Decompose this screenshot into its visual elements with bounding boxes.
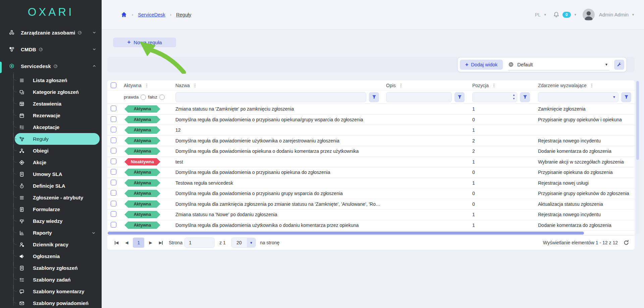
table-row[interactable]: AktywnaDomyślna reguła dla powiadomienia… bbox=[107, 220, 635, 231]
avatar[interactable] bbox=[583, 9, 595, 21]
table-row[interactable]: AktywnaDomyślna reguła dla powiadomienia… bbox=[107, 115, 635, 125]
sidebar-item-rezerwacje[interactable]: Rezerwacje bbox=[15, 110, 100, 121]
row-checkbox[interactable] bbox=[111, 201, 116, 206]
filter-select-zdarzenie[interactable] bbox=[538, 92, 619, 102]
row-checkbox[interactable] bbox=[111, 180, 116, 185]
column-menu-icon[interactable]: ⋮ bbox=[590, 84, 594, 87]
table-row[interactable]: AktywnaDomyślna reguła dla powiadomienia… bbox=[107, 188, 635, 199]
column-header-opis[interactable]: Opis bbox=[386, 83, 396, 88]
number-stepper[interactable]: ▲▼ bbox=[513, 93, 515, 101]
row-checkbox[interactable] bbox=[111, 190, 116, 196]
filter-funnel-button[interactable] bbox=[621, 92, 631, 102]
sidebar-item-formularze[interactable]: Formularze bbox=[15, 203, 100, 215]
chevron-down-icon[interactable] bbox=[92, 30, 96, 35]
sidebar-item-obiegi[interactable]: Obiegi bbox=[15, 145, 100, 157]
sidebar-section-servicedesk[interactable]: Servicedesk bbox=[0, 58, 102, 74]
last-page-button[interactable]: ▶ bbox=[157, 239, 165, 246]
step-up-icon[interactable]: ▲ bbox=[513, 93, 515, 97]
chevron-down-icon[interactable]: ▼ bbox=[632, 13, 635, 16]
select-all-checkbox[interactable] bbox=[111, 82, 116, 88]
sidebar-item-akcje[interactable]: Akcje bbox=[15, 157, 100, 168]
column-header-nazwa[interactable]: Nazwa bbox=[175, 83, 190, 88]
filter-input-opis[interactable] bbox=[386, 92, 452, 102]
sidebar-item-bazy-wiedzy[interactable]: Bazy wiedzy bbox=[15, 215, 100, 227]
sidebar-item-akceptacje[interactable]: Akceptacje bbox=[15, 121, 100, 133]
sidebar-section-cmdb[interactable]: CMDB bbox=[0, 41, 102, 58]
column-header-pozycja[interactable]: Pozycja bbox=[472, 83, 489, 88]
sidebar-item-szablony-zgłoszeń[interactable]: Szablony zgłoszeń bbox=[15, 262, 100, 274]
chevron-up-icon[interactable] bbox=[92, 64, 96, 68]
table-row[interactable]: AktywnaDomyślna reguła dla powiadomienie… bbox=[107, 136, 635, 146]
column-menu-icon[interactable]: ⋮ bbox=[492, 84, 496, 87]
sidebar-item-lista-zgłoszeń[interactable]: Lista zgłoszeń bbox=[15, 74, 100, 86]
filter-true-radio[interactable] bbox=[141, 95, 146, 100]
chevron-down-icon[interactable]: ▼ bbox=[544, 13, 547, 16]
breadcrumb-current[interactable]: Reguły bbox=[176, 12, 191, 17]
table-row[interactable]: AktywnaDomyślna reguła dla zamknięcia zg… bbox=[107, 199, 635, 210]
table-row[interactable]: AktywnaDomyślna reguła dla powiadomienia… bbox=[107, 167, 635, 178]
table-row[interactable]: Nieaktywnatest1Wybranie akcji w szczegół… bbox=[107, 157, 635, 168]
new-rule-button[interactable]: + Nowa reguła bbox=[113, 38, 176, 47]
current-page-button[interactable]: 1 bbox=[133, 238, 144, 248]
table-row[interactable]: AktywnaDomyślna reguła dla powiadomienia… bbox=[107, 146, 635, 157]
column-menu-icon[interactable]: ⋮ bbox=[145, 84, 149, 87]
chevron-down-icon[interactable] bbox=[92, 231, 96, 235]
table-row[interactable]: AktywnaZmiana statusu na 'Nowe' po dodan… bbox=[107, 209, 635, 220]
refresh-icon[interactable] bbox=[623, 240, 629, 246]
prev-page-button[interactable]: ◀ bbox=[123, 239, 130, 246]
scrollbar-thumb[interactable] bbox=[108, 232, 584, 235]
table-row[interactable]: AktywnaTestowa reguła servicedesk1Rejest… bbox=[107, 178, 635, 189]
home-icon[interactable] bbox=[121, 11, 127, 18]
row-checkbox[interactable] bbox=[111, 137, 116, 143]
sidebar-section-zasoby[interactable]: Zarządzanie zasobami bbox=[0, 24, 102, 41]
sidebar-item-raporty[interactable]: Raporty bbox=[15, 227, 100, 239]
row-checkbox[interactable] bbox=[111, 116, 116, 122]
sidebar-item-kategorie-zgłoszeń[interactable]: Kategorie zgłoszeń bbox=[15, 86, 100, 98]
table-row[interactable]: Aktywna121 bbox=[107, 125, 635, 136]
row-checkbox[interactable] bbox=[111, 106, 116, 111]
filter-input-nazwa[interactable] bbox=[175, 92, 366, 102]
filter-funnel-button[interactable] bbox=[369, 92, 379, 102]
page-size-select[interactable]: 20 ▼ bbox=[231, 238, 256, 248]
sidebar-item-szablony-komentarzy[interactable]: Szablony komentarzy bbox=[15, 286, 100, 297]
sidebar-item-szablony-zadań[interactable]: Szablony zadań bbox=[15, 274, 100, 286]
filter-input-pozycja[interactable] bbox=[472, 92, 517, 102]
notification-badge[interactable]: 0 bbox=[562, 12, 571, 18]
row-checkbox[interactable] bbox=[111, 148, 116, 153]
sidebar-item-reguły[interactable]: Reguły bbox=[15, 133, 100, 145]
sidebar-item-umowy-sla[interactable]: Umowy SLA bbox=[15, 168, 100, 180]
scrollbar-thumb[interactable] bbox=[636, 81, 639, 160]
sidebar-item-ogłoszenia[interactable]: Ogłoszenia bbox=[15, 250, 100, 262]
row-checkbox[interactable] bbox=[111, 222, 116, 228]
bell-icon[interactable] bbox=[553, 11, 559, 18]
table-row[interactable]: AktywnaZmiana statusu na 'Zamknięte' po … bbox=[107, 104, 635, 115]
row-checkbox[interactable] bbox=[111, 127, 116, 132]
chevron-down-icon[interactable]: ▼ bbox=[612, 95, 616, 99]
column-header-aktywna[interactable]: Aktywna bbox=[124, 83, 142, 88]
language-selector[interactable]: PL bbox=[535, 12, 541, 17]
chevron-down-icon[interactable]: ▼ bbox=[574, 13, 577, 16]
filter-funnel-button[interactable] bbox=[454, 92, 465, 102]
sidebar-item-zgłoszenie-atrybuty[interactable]: Zgłoszenie - atrybuty bbox=[15, 192, 100, 203]
horizontal-scrollbar[interactable] bbox=[107, 231, 635, 235]
sidebar-item-dziennik-pracy[interactable]: Dziennik pracy bbox=[15, 239, 100, 250]
step-down-icon[interactable]: ▼ bbox=[513, 97, 515, 101]
filter-funnel-button[interactable] bbox=[520, 92, 530, 102]
next-page-button[interactable]: ▶ bbox=[147, 239, 154, 246]
view-select[interactable]: Default ▼ bbox=[508, 59, 609, 70]
column-menu-icon[interactable]: ⋮ bbox=[193, 84, 197, 87]
row-checkbox[interactable] bbox=[111, 159, 116, 164]
row-checkbox[interactable] bbox=[111, 211, 116, 217]
settings-wrench-button[interactable] bbox=[614, 60, 624, 70]
sidebar-item-szablony-powiadomień[interactable]: Szablony powiadomień bbox=[15, 297, 100, 308]
page-number-input[interactable] bbox=[184, 238, 215, 248]
column-menu-icon[interactable]: ⋮ bbox=[399, 84, 403, 87]
vertical-scrollbar[interactable] bbox=[636, 80, 639, 234]
sidebar-item-zestawienia[interactable]: Zestawienia bbox=[15, 98, 100, 110]
add-view-button[interactable]: + Dodaj widok bbox=[460, 60, 503, 70]
sidebar-item-definicje-sla[interactable]: Definicje SLA bbox=[15, 180, 100, 192]
chevron-down-icon[interactable] bbox=[92, 47, 96, 51]
column-header-zdarzenie[interactable]: Zdarzenie wyzwalające bbox=[538, 83, 587, 88]
first-page-button[interactable]: ◀ bbox=[113, 239, 120, 246]
filter-false-radio[interactable] bbox=[159, 95, 165, 100]
